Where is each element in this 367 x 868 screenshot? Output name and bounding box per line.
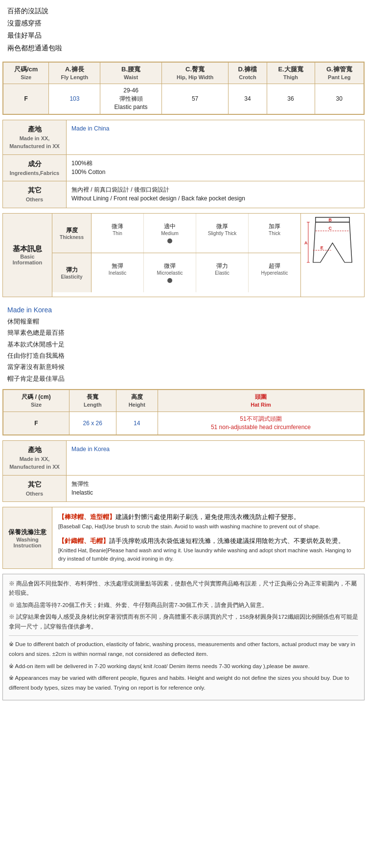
en-note-3: ※ Appearances may be varied with differe…	[9, 673, 358, 693]
en-note-1: ※ Due to different batch of production, …	[9, 640, 358, 659]
korea-product: 休閒報童帽	[7, 316, 360, 327]
washing-label: 保養洗滌注意 Washing Instruction	[3, 507, 52, 568]
washing-section: 保養洗滌注意 Washing Instruction 【棒球帽、造型帽】建議針對…	[2, 507, 365, 568]
pants-info-table: 產地 Made in XX, Manufactured in XX Made i…	[2, 120, 365, 208]
pants-diagram: B C E A	[300, 214, 364, 297]
intro-line-3: 最佳好單品	[7, 29, 360, 42]
hat-length-cell: 26 x 26	[69, 412, 116, 435]
elasticity-row: 彈力 Elasticity 無彈 Inelastic 微彈 Microelast…	[52, 253, 300, 292]
basic-info-middle: 厚度 Thickness 微薄 Thin 適中 Medium 微厚 Slight…	[52, 214, 300, 297]
fly-length-cell: 103	[49, 84, 100, 114]
hat-origin-value: Made in Korea	[67, 440, 365, 475]
hat-col-height: 高度 Height	[116, 390, 158, 412]
table-row: F 103 29-46彈性褲頭Elastic pants 57 34 36 30	[3, 84, 364, 114]
svg-text:A: A	[304, 240, 308, 245]
col-header-crotch: D.褲檔 Crotch	[229, 62, 267, 84]
thickness-option-thin: 微薄 Thin	[92, 214, 144, 253]
ingredients-value: 100%棉 100% Cotton	[67, 154, 365, 181]
col-header-waist: B.腰寬 Waist	[100, 62, 161, 84]
korea-line-3: 任由你打造自我風格	[7, 350, 360, 361]
origin-value: Made in China	[67, 120, 365, 154]
korea-line-2: 基本款式休閒感十足	[7, 339, 360, 350]
intro-section: 百搭的沒話說 沒靈感穿搭 最佳好單品 兩色都想通通包啦	[0, 0, 367, 62]
korea-origin: Made in Korea	[7, 306, 360, 314]
hip-cell: 57	[161, 84, 229, 114]
col-header-pant-leg: G.褲管寬 Pant Leg	[315, 62, 364, 84]
elasticity-option-microelastic: 微彈 Microelastic	[144, 253, 196, 292]
hat-table-row: F 26 x 26 14 51不可調式頭圍 51 non-adjustable …	[3, 412, 364, 435]
hat-height-cell: 14	[116, 412, 158, 435]
pants-size-table-section: 尺碼/cm Size A.褲長 Fly Length B.腰寬 Waist C.…	[2, 62, 365, 115]
thickness-option-medium: 適中 Medium	[144, 214, 196, 253]
thigh-cell: 36	[267, 84, 315, 114]
svg-rect-0	[316, 217, 349, 222]
zh-note-3: ※ 試穿結果會因每人感受及身材比例穿著習慣而有所不同，身高體重不表示購買的尺寸，…	[9, 612, 358, 631]
intro-line-2: 沒靈感穿搭	[7, 17, 360, 29]
elasticity-option-hyperelastic: 超彈 Hyperelastic	[249, 253, 300, 292]
hat-size-section: 尺碼 / (cm) Size 長寬 Length 高度 Height 頭圍 Ha…	[2, 389, 365, 435]
hat-origin-label: 產地 Made in XX, Manufactured in XX	[3, 440, 67, 475]
elasticity-option-inelastic: 無彈 Inelastic	[92, 253, 144, 292]
basic-info-section: 基本訊息 Basic Information 厚度 Thickness 微薄 T…	[2, 213, 365, 297]
hat-origin-row: 產地 Made in XX, Manufactured in XX Made i…	[3, 440, 365, 475]
zh-note-2: ※ 追加商品需等待7-20個工作天；針織、外套、牛仔類商品則需7-30個工作天，…	[9, 601, 358, 610]
intro-line-4: 兩色都想通通包啦	[7, 42, 360, 54]
size-cell: F	[3, 84, 49, 114]
notes-divider	[9, 635, 358, 636]
elasticity-options: 無彈 Inelastic 微彈 Microelastic 彈力 Elastic …	[92, 253, 300, 292]
others-label: 其它 Others	[3, 181, 67, 208]
thickness-option-slightly-thick: 微厚 Slightly Thick	[196, 214, 249, 253]
thickness-options: 微薄 Thin 適中 Medium 微厚 Slightly Thick 加厚 T…	[92, 214, 300, 253]
hat-col-length: 長寬 Length	[69, 390, 116, 412]
notes-section: ※ 商品會因不同批製作、布料彈性、水洗處理或測量點等因素，使顏色尺寸與實際商品略…	[2, 574, 365, 700]
korea-line-1: 簡單素色總是最百搭	[7, 327, 360, 338]
hat-size-table: 尺碼 / (cm) Size 長寬 Length 高度 Height 頭圍 Ha…	[3, 390, 364, 435]
thickness-option-thick: 加厚 Thick	[249, 214, 300, 253]
washing-block-2: 【針織帽、毛帽】請手洗擰乾或用洗衣袋低速短程洗滌，洗滌後建議採用陰乾方式、不要烘…	[58, 536, 358, 564]
washing-content: 【棒球帽、造型帽】建議針對髒污處使用刷子刷洗，避免使用洗衣機洗防止帽子變形。 […	[52, 507, 364, 568]
origin-row: 產地 Made in XX, Manufactured in XX Made i…	[3, 120, 365, 154]
washing-zh-2: 【針織帽、毛帽】請手洗擰乾或用洗衣袋低速短程洗滌，洗滌後建議採用陰乾方式、不要烘…	[58, 536, 358, 546]
intro-line-1: 百搭的沒話說	[7, 5, 360, 17]
col-header-fly-length: A.褲長 Fly Length	[49, 62, 100, 84]
elasticity-option-elastic: 彈力 Elastic	[196, 253, 249, 292]
hat-col-size: 尺碼 / (cm) Size	[3, 390, 69, 412]
pant-leg-cell: 30	[315, 84, 364, 114]
svg-text:E: E	[321, 245, 323, 250]
hat-others-label: 其它 Others	[3, 475, 67, 502]
korea-line-4: 當穿著沒有新意時候	[7, 361, 360, 372]
basic-info-label: 基本訊息 Basic Information	[3, 214, 52, 297]
ingredients-row: 成分 Ingredients,Fabrics 100%棉 100% Cotton	[3, 154, 365, 181]
svg-text:B: B	[329, 217, 332, 222]
hat-others-row: 其它 Others 無彈性 Inelastic	[3, 475, 365, 502]
hat-col-rim: 頭圍 Hat Rim	[158, 390, 364, 412]
korea-section: Made in Korea 休閒報童帽 簡單素色總是最百搭 基本款式休閒感十足 …	[0, 302, 367, 387]
svg-text:C: C	[329, 226, 332, 231]
col-header-size: 尺碼/cm Size	[3, 62, 49, 84]
thickness-row: 厚度 Thickness 微薄 Thin 適中 Medium 微厚 Slight…	[52, 214, 300, 253]
col-header-thigh: E.大腿寬 Thigh	[267, 62, 315, 84]
washing-en-2: [Knitted Hat, Beanie]Please hand wash an…	[58, 546, 358, 564]
hat-others-value: 無彈性 Inelastic	[67, 475, 365, 502]
hat-info-table: 產地 Made in XX, Manufactured in XX Made i…	[2, 440, 365, 502]
en-note-2: ※ Add-on item will be delivered in 7-20 …	[9, 662, 358, 672]
hat-size-cell: F	[3, 412, 69, 435]
washing-block-1: 【棒球帽、造型帽】建議針對髒污處使用刷子刷洗，避免使用洗衣機洗防止帽子變形。 […	[58, 512, 358, 531]
pants-diagram-svg: B C E A	[303, 216, 362, 294]
others-row: 其它 Others 無內裡 / 前真口袋設計 / 後假口袋設計 Without …	[3, 181, 365, 208]
washing-en-1: [Baseball Cap, Hat]Use brush to scrub th…	[58, 522, 358, 531]
waist-cell: 29-46彈性褲頭Elastic pants	[100, 84, 161, 114]
ingredients-label: 成分 Ingredients,Fabrics	[3, 154, 67, 181]
col-header-hip: C.臀寬 Hip, Hip Width	[161, 62, 229, 84]
pants-size-table: 尺碼/cm Size A.褲長 Fly Length B.腰寬 Waist C.…	[3, 62, 364, 114]
hat-rim-cell: 51不可調式頭圍 51 non-adjustable head circumfe…	[158, 412, 364, 435]
others-value: 無內裡 / 前真口袋設計 / 後假口袋設計 Without Lining / F…	[67, 181, 365, 208]
zh-note-1: ※ 商品會因不同批製作、布料彈性、水洗處理或測量點等因素，使顏色尺寸與實際商品略…	[9, 579, 358, 598]
crotch-cell: 34	[229, 84, 267, 114]
thickness-label: 厚度 Thickness	[52, 214, 92, 253]
washing-zh-1: 【棒球帽、造型帽】建議針對髒污處使用刷子刷洗，避免使用洗衣機洗防止帽子變形。	[58, 512, 358, 522]
korea-line-5: 帽子肯定是最佳單品	[7, 373, 360, 384]
elasticity-label: 彈力 Elasticity	[52, 253, 92, 292]
origin-label: 產地 Made in XX, Manufactured in XX	[3, 120, 67, 154]
